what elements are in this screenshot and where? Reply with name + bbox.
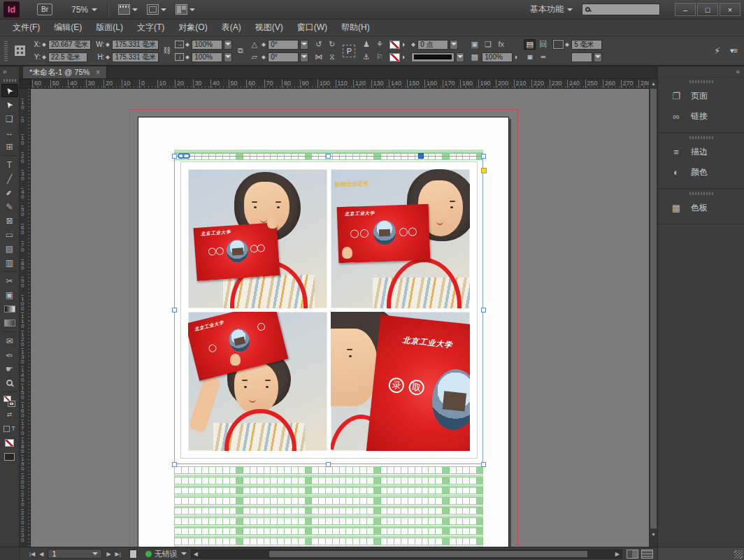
workspace-switcher[interactable]: 基本功能 [526,2,577,17]
stroke-flyout-icon[interactable] [403,55,407,59]
handle-bottom-right[interactable] [481,462,486,467]
corner-options-icon[interactable] [553,40,564,49]
zoom-tool[interactable] [1,376,18,389]
menu-item-7[interactable]: 窗口(W) [290,19,334,36]
bridge-button[interactable]: Br [37,3,52,15]
constrain-dimensions-icon[interactable]: ⛓ [161,45,173,56]
next-page-icon[interactable]: ▶ [106,551,110,557]
handle-top-center[interactable] [326,154,331,159]
screen-mode-dropdown[interactable] [145,3,169,16]
corner-radius-field[interactable]: 5 毫米 [571,40,602,50]
ruler-origin-corner[interactable] [20,79,31,89]
menu-item-5[interactable]: 表(A) [215,19,248,36]
panel-grip[interactable] [4,41,8,61]
pen-tool[interactable]: ✒ [1,186,18,199]
dock-item-swatches[interactable]: ▦色板 [658,198,744,218]
shear-stepper[interactable] [262,53,266,62]
select-content-icon[interactable]: ♟ [360,39,372,50]
previous-page-icon[interactable]: ◀ [39,551,43,557]
menu-item-4[interactable]: 对象(O) [171,19,214,36]
dock-item-links[interactable]: ∞链接 [658,106,744,127]
type-tool[interactable]: T [1,158,18,171]
direct-selection-tool[interactable]: ➤ [1,98,18,111]
scale-x-dropdown[interactable] [224,40,232,50]
flip-vertical-icon[interactable]: ⧖ [326,52,338,62]
pencil-tool[interactable]: ✎ [1,200,18,213]
line-tool[interactable]: ╱ [1,172,18,185]
screen-mode-button[interactable] [1,450,18,464]
wrap-none-icon[interactable]: ▤ [524,39,536,50]
vertical-scrollbar[interactable]: ▲ ▼ [649,79,657,547]
vertical-grid-tool[interactable]: ▥ [1,256,18,269]
scale-x-field[interactable]: 100% [192,40,222,50]
dock-grip[interactable] [689,192,713,195]
dock-item-color[interactable]: ◐颜色 [658,162,744,182]
gradient-tool[interactable] [1,302,18,315]
scale-x-stepper[interactable] [185,41,190,49]
close-button[interactable]: × [720,3,741,16]
vertical-scroll-thumb[interactable] [650,89,657,529]
menu-item-0[interactable]: 文件(F) [6,19,47,36]
constrain-scale-icon[interactable]: ⧉ [234,45,246,56]
first-page-icon[interactable]: |◀ [29,551,35,557]
page-tool[interactable]: ❑ [1,112,18,125]
fill-swatch-none[interactable] [389,41,400,49]
x-field[interactable]: 20.667 毫米 [48,40,91,50]
formatting-toggles[interactable]: T [1,422,18,436]
opacity-field[interactable]: 100% [482,52,513,62]
stroke-style-dropdown[interactable] [411,52,455,62]
select-container-button[interactable]: P [343,45,355,57]
scale-y-dropdown[interactable] [224,52,232,62]
quick-apply-icon[interactable]: ⚡ [714,45,720,56]
wrap-bounding-icon[interactable]: 回 [537,39,549,50]
tab-close-icon[interactable]: × [96,69,100,76]
rotate-ccw-icon[interactable]: ↺ [313,39,324,50]
content-collector-tool[interactable]: ⊞ [1,140,18,153]
document-canvas[interactable]: 北京工业大学 阶段结业证书 [31,89,649,547]
scroll-up-icon[interactable]: ▲ [650,79,657,87]
hand-tool[interactable]: ☛ [1,362,18,375]
scale-y-stepper[interactable] [185,53,190,62]
dock-grip[interactable] [689,136,713,139]
spread-view-icon[interactable] [627,550,638,559]
horizontal-scroll-thumb[interactable] [269,551,587,557]
flip-horizontal-icon[interactable]: ⋈ [313,52,324,62]
fx-button[interactable]: fx [495,39,507,50]
grid-view-icon[interactable] [641,550,653,559]
swap-fill-stroke[interactable]: ⇄ [1,408,18,422]
dock-item-stroke[interactable]: ≡描边 [658,142,744,162]
collapse-dock-icon[interactable]: « [658,66,744,77]
arrange-documents-button[interactable] [173,3,197,16]
zoom-level-dropdown[interactable]: 75% [69,3,100,16]
select-previous-icon[interactable]: ⚘ [373,39,385,50]
select-next-icon[interactable]: ⚓ [360,52,372,62]
free-transform-tool[interactable]: ▣ [1,288,18,301]
last-page-icon[interactable]: ▶| [115,551,121,557]
menu-item-1[interactable]: 编辑(E) [47,19,89,36]
preflight-status-label[interactable]: 无错误 [155,549,178,559]
y-stepper[interactable] [42,53,47,62]
stroke-weight-dropdown[interactable] [450,40,458,50]
view-options-button[interactable] [116,3,140,16]
w-stepper[interactable] [106,41,110,49]
menu-item-6[interactable]: 视图(V) [248,19,290,36]
frame-tool[interactable]: ⊠ [1,214,18,227]
reference-point-proxy[interactable] [15,45,25,56]
scroll-right-icon[interactable]: ▶ [615,551,620,557]
corner-shape-dropdown[interactable] [571,52,592,62]
menu-item-2[interactable]: 版面(L) [89,19,130,36]
chevron-down-icon[interactable] [181,552,187,558]
object-effects-icon[interactable]: ▣ [468,39,480,50]
handle-mid-right[interactable] [481,308,486,313]
menu-item-3[interactable]: 文字(T) [130,19,171,36]
stroke-weight-stepper[interactable] [411,41,416,49]
horizontal-grid-tool[interactable]: ▤ [1,242,18,255]
toolbar-expand-icon[interactable]: » [0,68,19,78]
live-corner-handle[interactable] [481,168,487,173]
handle-bottom-center[interactable] [326,462,331,467]
handle-grid-toggle[interactable] [418,153,424,159]
scale-y-field[interactable]: 100% [192,52,222,62]
gap-tool[interactable]: ↔ [1,126,18,139]
selection-bounding-box[interactable] [174,156,483,464]
handle-top-left[interactable] [172,154,177,159]
